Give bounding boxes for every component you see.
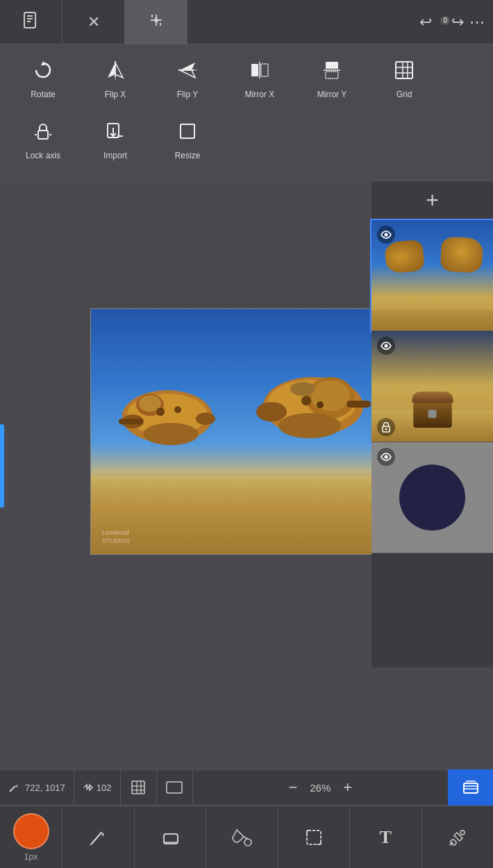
close-icon: ✕	[87, 13, 100, 31]
svg-point-89	[460, 831, 465, 835]
svg-marker-76	[101, 833, 104, 837]
status-coords: 722, 1017	[0, 770, 74, 805]
svg-rect-45	[119, 419, 143, 424]
layers-panel: +	[371, 181, 493, 667]
watermark-line2: STUDIOS	[102, 537, 130, 546]
canvas-area: Lionwood STUDIOS +	[0, 181, 493, 667]
svg-rect-70	[167, 782, 182, 793]
svg-rect-65	[132, 781, 144, 794]
flip-x-button[interactable]: Flip X	[81, 51, 150, 107]
layers-toggle-button[interactable]	[448, 769, 493, 806]
layer-item-1[interactable]	[371, 220, 493, 331]
svg-point-58	[385, 233, 388, 237]
layer2-lock-button[interactable]	[377, 418, 395, 436]
pen-status-icon	[8, 782, 19, 793]
mirror-x-label: Mirror X	[245, 90, 275, 99]
transform-row-2: Lock axis Import	[8, 112, 485, 168]
color-swatch[interactable]: 1px	[0, 806, 62, 869]
text-tool-button[interactable]: T	[350, 806, 422, 869]
zoom-in-button[interactable]: +	[343, 778, 352, 796]
resize-button[interactable]: Resize	[153, 112, 222, 168]
more-button[interactable]: ⋯	[469, 13, 485, 31]
flip-x-icon	[105, 60, 126, 85]
size-value: 102	[97, 783, 112, 793]
fill-tool-button[interactable]	[206, 806, 278, 869]
layer-item-2[interactable]	[371, 331, 493, 442]
flying-machine-2	[251, 351, 372, 458]
grid-icon	[394, 60, 415, 85]
svg-rect-52	[346, 401, 371, 408]
lock-axis-button[interactable]: Lock axis	[8, 112, 78, 168]
layer2-visibility-button[interactable]	[377, 337, 395, 355]
select-tool-button[interactable]	[278, 806, 351, 869]
eyedropper-icon	[447, 827, 468, 848]
add-layer-icon: +	[426, 187, 439, 213]
svg-point-43	[196, 412, 215, 425]
canvas-indicator	[0, 424, 4, 508]
status-bar: 722, 1017 102 − 26% +	[0, 769, 493, 806]
close-button[interactable]: ✕	[62, 0, 125, 44]
layer1-visibility-button[interactable]	[377, 226, 395, 244]
mirror-y-button[interactable]: Mirror Y	[297, 51, 367, 107]
resize-label: Resize	[175, 151, 201, 160]
mirror-y-label: Mirror Y	[317, 90, 346, 99]
import-icon	[105, 121, 126, 147]
svg-point-55	[290, 382, 315, 396]
eraser-tool-button[interactable]	[135, 806, 207, 869]
select-icon	[303, 827, 324, 848]
text-icon: T	[380, 827, 392, 848]
svg-marker-64	[15, 785, 18, 787]
canvas-image[interactable]: Lionwood STUDIOS	[90, 308, 410, 555]
svg-point-53	[256, 402, 287, 422]
rotate-button[interactable]: Rotate	[8, 51, 78, 107]
svg-point-80	[244, 839, 251, 846]
pencil-icon	[87, 827, 108, 848]
zoom-value: 26%	[310, 782, 331, 794]
lock-axis-label: Lock axis	[26, 151, 60, 160]
svg-point-44	[143, 423, 199, 445]
undo-button[interactable]: ↩ 0	[419, 13, 446, 31]
eraser-icon	[160, 827, 181, 848]
file-button[interactable]	[0, 0, 62, 44]
svg-marker-10	[108, 62, 115, 78]
coords-value: 722, 1017	[25, 783, 65, 793]
svg-point-47	[174, 406, 181, 413]
color-picker[interactable]	[13, 813, 49, 849]
svg-rect-82	[307, 831, 321, 844]
resize-icon	[177, 121, 198, 147]
svg-marker-13	[180, 62, 195, 70]
svg-line-81	[244, 837, 248, 839]
add-layer-button[interactable]: +	[371, 181, 493, 220]
svg-point-51	[311, 381, 350, 411]
svg-rect-17	[261, 64, 268, 76]
watermark: Lionwood STUDIOS	[102, 529, 130, 545]
svg-rect-0	[24, 12, 35, 28]
resize-status-icon	[83, 782, 94, 793]
frame-button[interactable]	[157, 769, 193, 806]
layer3-visibility-button[interactable]	[377, 448, 395, 466]
top-toolbar-right: ↩ 0 ↪ ⋯	[419, 13, 493, 31]
redo-button[interactable]: ↪	[451, 13, 464, 31]
import-button[interactable]: Import	[81, 112, 150, 168]
pencil-tool-button[interactable]	[62, 806, 135, 869]
svg-point-62	[385, 456, 388, 459]
zoom-out-button[interactable]: −	[288, 778, 297, 796]
transform-button[interactable]	[125, 0, 187, 44]
flying-machine-1	[112, 365, 223, 462]
svg-point-56	[301, 396, 311, 406]
svg-point-54	[278, 413, 341, 438]
layer-item-3[interactable]	[371, 442, 493, 553]
svg-rect-71	[464, 783, 478, 793]
svg-point-46	[156, 408, 165, 416]
rotate-icon	[33, 60, 53, 85]
top-toolbar: ✕ ↩ 0 ↪ ⋯	[0, 0, 493, 44]
flip-y-button[interactable]: Flip Y	[153, 51, 222, 107]
mirror-x-icon	[249, 60, 270, 85]
mirror-x-button[interactable]: Mirror X	[225, 51, 294, 107]
grid-button[interactable]: Grid	[369, 51, 439, 107]
svg-rect-22	[396, 62, 412, 78]
eyedropper-tool-button[interactable]	[422, 806, 494, 869]
grid-toggle-button[interactable]	[121, 769, 157, 806]
svg-line-75	[92, 833, 101, 844]
svg-point-6	[154, 18, 158, 22]
